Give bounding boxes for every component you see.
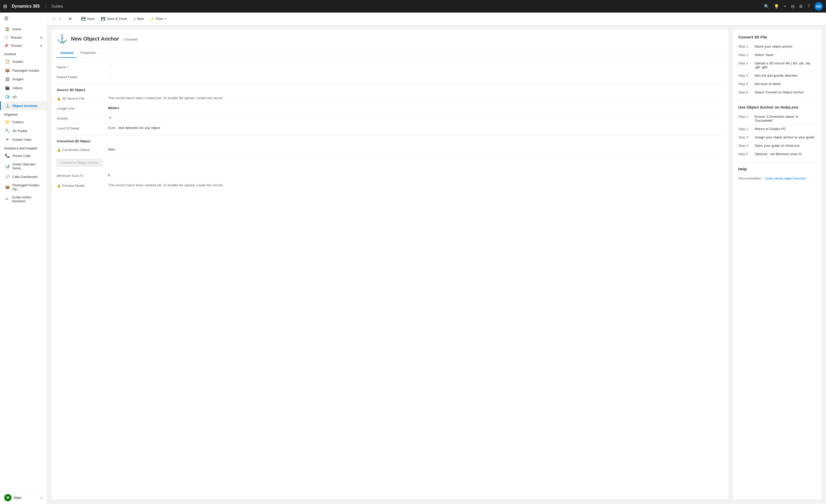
form-row-parent-folder: Parent Folder --- [57, 72, 723, 82]
save-button[interactable]: 💾 Save [78, 15, 98, 22]
hololens-step-4: Step 4 Open your guide on HoloLens [738, 141, 816, 150]
lock-icon-1: 🔒 [57, 97, 61, 101]
name-value[interactable]: --- [108, 65, 723, 69]
source-3d-section-header: Source 3D Object [57, 84, 723, 93]
sidebar-item-videos[interactable]: 🎬 Videos [0, 83, 47, 92]
source-file-label: 🔒 3D Source File [57, 96, 104, 101]
sidebar-toggle[interactable]: ☰ [0, 12, 47, 24]
sidebar-item-3d-toolkit[interactable]: 🔧 3D Toolkit [0, 126, 47, 135]
flow-button[interactable]: ⚡ Flow ∨ [148, 15, 169, 22]
form-panel: ⚓ New Object Anchor - Unsaved General Pr… [51, 29, 728, 500]
sidebar-item-folders[interactable]: 📁 Folders [0, 118, 47, 126]
convert-to-object-anchor-button[interactable]: Convert to Object Anchor [57, 159, 103, 167]
form-subtitle: - Unsaved [122, 38, 138, 41]
sidebar-item-guides[interactable]: 📋 Guides [0, 57, 47, 66]
dashboard-icon: 📈 [5, 174, 10, 179]
sidebar-item-3d[interactable]: 🧊 3D [0, 92, 47, 101]
folders-icon: 📁 [5, 120, 10, 124]
form-title: New Object Anchor [71, 36, 119, 42]
flow-icon: ⚡ [150, 17, 155, 21]
new-window-icon: ⧉ [69, 16, 71, 21]
form-row-level-of-detail: Level Of Detail 4 cm - fast detection fo… [57, 123, 723, 133]
save-icon: 💾 [81, 17, 85, 21]
recent-chevron-icon: ∨ [40, 36, 43, 40]
sidebar: ☰ 🏠 Home 🕐 Recent ∨ 📌 Pinned ∨ Content 📋… [0, 12, 47, 504]
save-close-button[interactable]: 💾 Save & Close [98, 15, 130, 22]
waffle-icon[interactable]: ⊞ [3, 3, 7, 9]
hololens-step-5: Step 5 Optional - set Minimum scan % [738, 150, 816, 158]
anchor-icon: ⚓ [5, 103, 10, 108]
new-record-icon: + [133, 17, 136, 21]
sidebar-item-packaged-guides[interactable]: 📦 Packaged Guides [0, 66, 47, 75]
content-area: ‹ › ⧉ 💾 Save 💾 Save & Close + New ⚡ Flow [47, 12, 826, 504]
convert-button-wrapper: Convert to Object Anchor [57, 155, 723, 171]
avatar[interactable]: GD [815, 2, 823, 10]
forward-button[interactable]: › [57, 15, 63, 23]
conversion-status-value: New [108, 147, 723, 151]
source-file-value: This record hasn't been created yet. To … [108, 96, 723, 100]
help-icon[interactable]: ? [808, 4, 810, 9]
toolbar-separator-1 [76, 16, 76, 22]
right-panel-separator-2 [738, 162, 816, 163]
converted-3d-section-header: Converted 3D Object [57, 135, 723, 145]
convert-step-4: Step 4 Set unit and gravity direction [738, 71, 816, 80]
content-section-label: Content [0, 50, 47, 57]
hololens-step-1: Step 1 Ensure 'Conversion status' is 'Su… [738, 113, 816, 125]
name-label: Name * [57, 65, 104, 69]
sidebar-item-calls-dashboard[interactable]: 📈 Calls Dashboard [0, 172, 47, 181]
form-body: Name * --- Parent Folder --- Source 3D O… [52, 58, 728, 194]
filter-icon[interactable]: ⊟ [791, 4, 794, 9]
tab-general[interactable]: General [57, 48, 77, 58]
convert-step-6: Step 6 Select 'Convert to Object Anchor' [738, 88, 816, 96]
sidebar-item-packaged-guides-op[interactable]: 📦 Packaged Guides Op... [0, 181, 47, 193]
help-row: Documentation Learn about object anchors [738, 174, 816, 182]
learn-about-object-anchors-link[interactable]: Learn about object anchors [765, 176, 806, 180]
convert-3d-title: Convert 3D File [738, 35, 816, 39]
sidebar-item-pinned[interactable]: 📌 Pinned ∨ [0, 42, 47, 50]
form-row-length-unit: Length Unit Meters [57, 103, 723, 113]
minimum-scan-value[interactable]: 0 [108, 173, 723, 177]
tab-properties[interactable]: Properties [77, 48, 100, 58]
footer-avatar: M [4, 494, 11, 501]
lock-icon-3: 🔒 [57, 184, 61, 188]
convert-step-3: Step 3 Upload a 3D source file (.fbx .pl… [738, 59, 816, 71]
footer-label: Main [14, 496, 21, 500]
sidebar-item-recent[interactable]: 🕐 Recent ∨ [0, 34, 47, 42]
form-row-name: Name * --- [57, 62, 723, 72]
page-content: ⚓ New Object Anchor - Unsaved General Pr… [47, 25, 826, 504]
gravity-value[interactable]: -Y [108, 116, 723, 120]
sidebar-item-guide-author[interactable]: ✏ Guide Author Sessions [0, 193, 47, 205]
hololens-step-3: Step 3 Assign your object anchor to your… [738, 133, 816, 141]
guides-view-icon: 👁 [5, 137, 10, 142]
lightbulb-icon[interactable]: 💡 [774, 4, 779, 9]
new-window-button[interactable]: ⧉ [66, 15, 74, 22]
level-of-detail-value[interactable]: 4 cm - fast detection for any object [108, 126, 723, 130]
sidebar-item-phone-calls[interactable]: 📞 Phone Calls [0, 151, 47, 160]
sidebar-item-guide-operator[interactable]: 📊 Guide Operator Sessi... [0, 160, 47, 172]
search-icon[interactable]: 🔍 [764, 4, 769, 9]
flow-chevron-icon: ∨ [164, 17, 167, 20]
pin-icon: 📌 [4, 44, 8, 48]
length-unit-value[interactable]: Meters [108, 106, 723, 110]
form-header: ⚓ New Object Anchor - Unsaved [52, 29, 728, 48]
phone-icon: 📞 [5, 153, 10, 158]
add-icon[interactable]: + [784, 4, 786, 9]
preview-model-value: This record hasn't been created yet. To … [108, 183, 723, 187]
settings-icon[interactable]: ⚙ [799, 4, 803, 9]
new-record-button[interactable]: + New [131, 15, 146, 22]
videos-icon: 🎬 [5, 85, 10, 90]
use-hololens-steps: Step 1 Ensure 'Conversion status' is 'Su… [738, 113, 816, 158]
back-button[interactable]: ‹ [51, 15, 57, 23]
parent-folder-value[interactable]: --- [108, 75, 723, 78]
conversion-status-label: 🔒 Conversion Status [57, 147, 104, 152]
packaged-guides-icon: 📦 [5, 68, 10, 73]
sidebar-footer[interactable]: M Main ◇ [0, 491, 47, 504]
sidebar-item-guides-view[interactable]: 👁 Guides View [0, 135, 47, 144]
sidebar-item-images[interactable]: 🖼 Images [0, 75, 47, 83]
form-row-minimum-scan: Minimum Scan % 0 [57, 171, 723, 181]
sidebar-item-object-anchors[interactable]: ⚓ Object Anchors [0, 101, 47, 110]
form-tabs: General Properties [52, 48, 728, 58]
convert-step-5: Step 5 Set level of detail [738, 80, 816, 88]
sidebar-item-home[interactable]: 🏠 Home [0, 24, 47, 34]
packaged-op-icon: 📦 [5, 185, 10, 189]
